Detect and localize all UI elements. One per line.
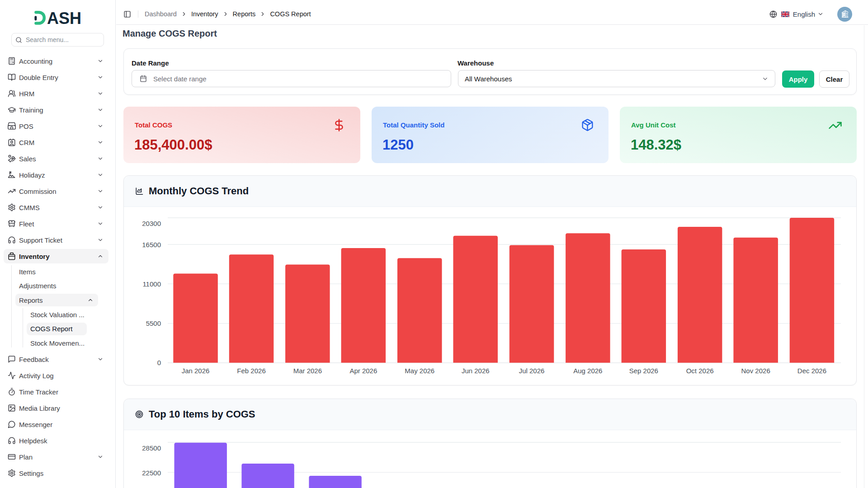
svg-text:Dec 2026: Dec 2026 <box>797 367 826 375</box>
svg-text:Mar 2026: Mar 2026 <box>293 367 322 375</box>
svg-text:May 2026: May 2026 <box>405 367 434 375</box>
svg-text:Jun 2026: Jun 2026 <box>462 367 490 375</box>
svg-text:16500: 16500 <box>142 241 161 249</box>
svg-text:0: 0 <box>157 359 161 366</box>
svg-text:Sep 2026: Sep 2026 <box>629 367 658 375</box>
svg-text:Jul 2026: Jul 2026 <box>519 367 545 375</box>
svg-text:Oct 2026: Oct 2026 <box>686 367 714 375</box>
svg-text:ASH: ASH <box>47 9 81 25</box>
svg-text:Apr 2026: Apr 2026 <box>349 367 377 375</box>
svg-text:28500: 28500 <box>142 444 161 452</box>
svg-text:Nov 2026: Nov 2026 <box>741 367 770 375</box>
svg-text:Feb 2026: Feb 2026 <box>237 367 265 375</box>
svg-text:20300: 20300 <box>142 220 161 227</box>
svg-text:Aug 2026: Aug 2026 <box>573 367 602 375</box>
svg-text:Jan 2026: Jan 2026 <box>182 367 210 375</box>
svg-text:22500: 22500 <box>142 469 161 477</box>
svg-text:11000: 11000 <box>142 280 161 288</box>
svg-text:5500: 5500 <box>146 319 161 327</box>
